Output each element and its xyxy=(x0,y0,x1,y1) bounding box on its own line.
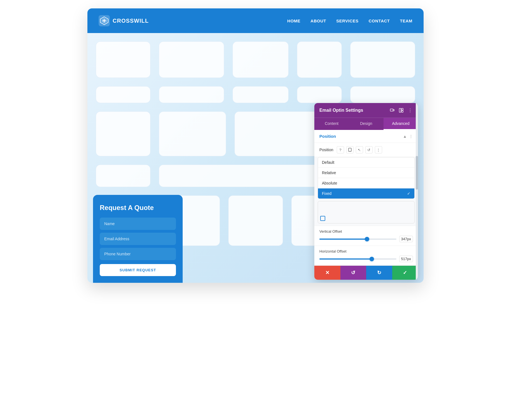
submit-button[interactable]: SUBMIT REQUEST xyxy=(100,264,176,276)
vertical-offset-track[interactable] xyxy=(319,239,396,240)
panel-title: Email Optin Settings xyxy=(319,108,363,113)
position-dropdown: Default Relative Absolute Fixed ✓ xyxy=(318,157,415,199)
nav-team[interactable]: TEAM xyxy=(400,18,413,23)
tab-design[interactable]: Design xyxy=(349,118,383,130)
confirm-button[interactable]: ✓ xyxy=(392,266,418,280)
horizontal-offset-track[interactable] xyxy=(319,258,396,260)
vertical-offset-row: 347px xyxy=(319,236,413,242)
panel-responsive-icon[interactable] xyxy=(389,108,395,113)
option-absolute[interactable]: Absolute xyxy=(318,178,414,188)
tab-advanced[interactable]: Advanced xyxy=(384,118,418,130)
grid-box xyxy=(159,111,226,156)
section-header: Position ▲ ⋮ xyxy=(314,130,418,143)
position-preview xyxy=(318,201,415,223)
position-marker xyxy=(320,216,325,221)
grid-box xyxy=(350,41,415,78)
section-title: Position xyxy=(319,134,336,139)
main-content: Request A Quote SUBMIT REQUEST Email Opt… xyxy=(87,33,424,283)
panel-more-icon[interactable]: ⋮ xyxy=(407,108,413,113)
grid-box xyxy=(228,195,283,246)
name-input[interactable] xyxy=(100,218,176,230)
logo-text: CROSSWILL xyxy=(113,18,149,24)
action-buttons: ✕ ↺ ↻ ✓ xyxy=(314,265,418,280)
grid-row-1 xyxy=(96,41,415,78)
option-default[interactable]: Default xyxy=(318,157,414,168)
settings-panel: Email Optin Settings ⋮ Content Design Ad… xyxy=(314,103,418,280)
option-fixed[interactable]: Fixed ✓ xyxy=(318,188,414,199)
quote-form-title: Request A Quote xyxy=(100,203,176,212)
header: CROSSWILL HOME ABOUT SERVICES CONTACT TE… xyxy=(87,8,424,33)
reset-pos-icon[interactable]: ↺ xyxy=(365,146,373,153)
tab-content[interactable]: Content xyxy=(314,118,349,130)
horizontal-offset-section: Horizontal Offset 517px xyxy=(314,246,418,265)
panel-layout-icon[interactable] xyxy=(398,108,404,113)
horizontal-offset-label: Horizontal Offset xyxy=(319,249,413,253)
grid-box xyxy=(96,86,150,103)
main-nav: HOME ABOUT SERVICES CONTACT TEAM xyxy=(287,18,412,23)
grid-box xyxy=(233,41,289,78)
panel-tabs: Content Design Advanced xyxy=(314,118,418,130)
grid-box xyxy=(159,86,224,103)
nav-contact[interactable]: CONTACT xyxy=(369,18,390,23)
scrollbar-thumb[interactable] xyxy=(416,156,418,190)
cancel-button[interactable]: ✕ xyxy=(314,266,340,280)
grid-box xyxy=(297,86,342,103)
grid-box xyxy=(96,41,150,78)
grid-box xyxy=(96,111,150,156)
svg-rect-8 xyxy=(401,108,403,110)
vertical-offset-label: Vertical Offset xyxy=(319,229,413,234)
grid-box xyxy=(297,41,342,78)
vertical-offset-section: Vertical Offset 347px xyxy=(314,226,418,246)
horizontal-offset-row: 517px xyxy=(319,256,413,262)
horizontal-offset-value: 517px xyxy=(399,256,413,262)
svg-rect-9 xyxy=(401,111,403,112)
nav-about[interactable]: ABOUT xyxy=(310,18,326,23)
scrollbar[interactable] xyxy=(416,103,418,280)
grid-box xyxy=(96,165,150,187)
svg-rect-6 xyxy=(393,109,394,111)
svg-rect-5 xyxy=(390,109,393,111)
email-input[interactable] xyxy=(100,233,176,245)
section-header-icons: ▲ ⋮ xyxy=(403,134,413,139)
logo-area: CROSSWILL xyxy=(99,15,149,26)
panel-body: Position ▲ ⋮ Position ? ↖ ↺ ⋮ xyxy=(314,130,418,280)
help-icon[interactable]: ? xyxy=(337,146,344,153)
more-pos-icon[interactable]: ⋮ xyxy=(375,146,382,153)
check-icon: ✓ xyxy=(407,191,410,196)
panel-header: Email Optin Settings ⋮ xyxy=(314,103,418,118)
mobile-icon[interactable] xyxy=(346,146,354,153)
logo-icon xyxy=(99,15,110,26)
position-row: Position ? ↖ ↺ ⋮ xyxy=(314,143,418,157)
redo-button[interactable]: ↻ xyxy=(366,266,392,280)
grid-box xyxy=(159,41,224,78)
grid-box xyxy=(233,86,289,103)
vertical-offset-value: 347px xyxy=(399,236,413,242)
collapse-icon[interactable]: ▲ xyxy=(403,134,407,139)
option-relative[interactable]: Relative xyxy=(318,168,414,178)
phone-input[interactable] xyxy=(100,248,176,260)
reset-button[interactable]: ↺ xyxy=(340,266,366,280)
grid-row-2 xyxy=(96,86,415,103)
position-label: Position xyxy=(319,148,333,152)
quote-form: Request A Quote SUBMIT REQUEST xyxy=(93,195,183,283)
nav-home[interactable]: HOME xyxy=(287,18,300,23)
cursor-icon[interactable]: ↖ xyxy=(356,146,363,153)
nav-services[interactable]: SERVICES xyxy=(336,18,359,23)
panel-header-icons: ⋮ xyxy=(389,108,413,113)
section-more-icon[interactable]: ⋮ xyxy=(409,134,413,139)
svg-point-11 xyxy=(350,151,350,151)
svg-rect-7 xyxy=(399,108,401,112)
grid-box xyxy=(350,86,415,103)
